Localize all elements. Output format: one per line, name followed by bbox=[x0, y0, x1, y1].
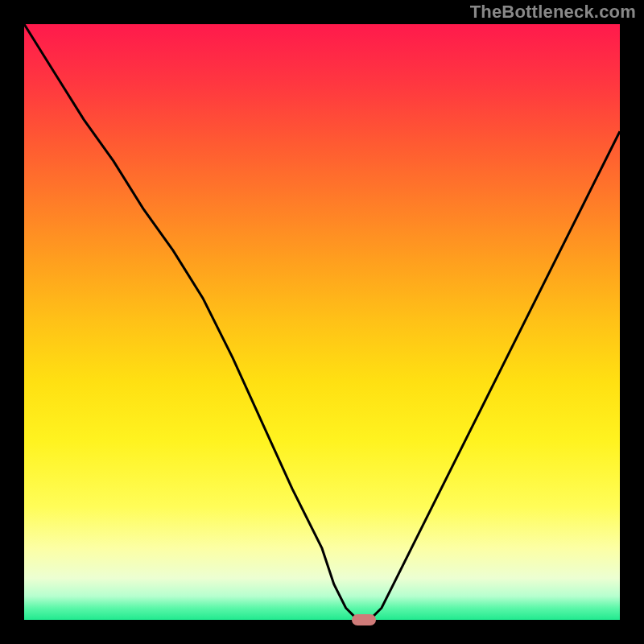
chart-svg bbox=[24, 24, 620, 620]
watermark-text: TheBottleneck.com bbox=[470, 2, 636, 23]
plot-area bbox=[24, 24, 620, 620]
gradient-rect bbox=[24, 24, 620, 620]
chart-frame: TheBottleneck.com bbox=[0, 0, 644, 644]
optimal-marker bbox=[352, 614, 376, 625]
